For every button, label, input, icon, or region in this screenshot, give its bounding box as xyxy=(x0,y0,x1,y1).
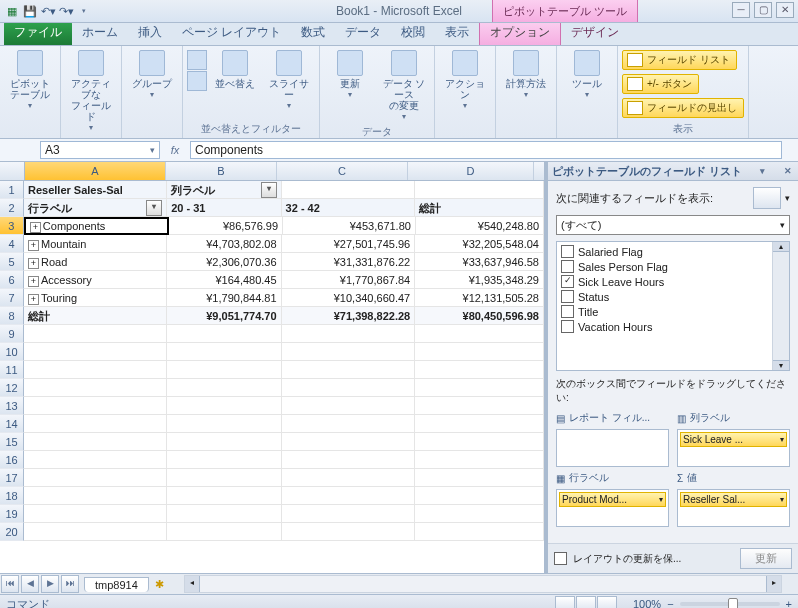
field-item[interactable]: Sales Person Flag xyxy=(561,259,768,274)
pivot-table-button[interactable]: ピボットテーブル xyxy=(4,48,56,113)
tab-options[interactable]: オプション xyxy=(479,20,561,45)
field-item[interactable]: Vacation Hours xyxy=(561,319,768,334)
chevron-down-icon[interactable]: ▾ xyxy=(785,193,790,203)
minimize-button[interactable]: ─ xyxy=(732,2,750,18)
row-header[interactable]: 7 xyxy=(0,289,24,307)
sort-desc-button[interactable] xyxy=(187,71,207,91)
tab-review[interactable]: 校閲 xyxy=(391,21,435,45)
cell[interactable]: ¥540,248.80 xyxy=(416,217,544,235)
expand-icon[interactable]: + xyxy=(30,222,41,233)
zoom-in-button[interactable]: + xyxy=(786,598,792,608)
cell[interactable] xyxy=(282,469,416,487)
cell[interactable] xyxy=(24,343,167,361)
cell[interactable] xyxy=(24,415,167,433)
cell[interactable] xyxy=(24,451,167,469)
zone-columns[interactable]: Sick Leave ...▾ xyxy=(677,429,790,467)
cell[interactable] xyxy=(167,325,281,343)
prev-sheet-button[interactable]: ◀ xyxy=(21,575,39,593)
cell[interactable] xyxy=(167,415,281,433)
cell[interactable] xyxy=(167,487,281,505)
cell[interactable] xyxy=(24,325,167,343)
row-header[interactable]: 11 xyxy=(0,361,24,379)
cell[interactable]: ¥71,398,822.28 xyxy=(282,307,416,325)
last-sheet-button[interactable]: ⏭ xyxy=(61,575,79,593)
cell[interactable] xyxy=(282,181,416,199)
tab-design[interactable]: デザイン xyxy=(561,21,629,45)
undo-icon[interactable]: ↶▾ xyxy=(40,3,56,19)
cell[interactable] xyxy=(24,523,167,541)
sheet-tab[interactable]: tmp8914 xyxy=(84,577,149,592)
sort-asc-button[interactable] xyxy=(187,50,207,70)
page-break-view-button[interactable] xyxy=(597,596,617,608)
row-header[interactable]: 6 xyxy=(0,271,24,289)
cell[interactable]: ¥86,576.99 xyxy=(169,217,283,235)
cell[interactable] xyxy=(282,523,416,541)
cell[interactable]: ¥2,306,070.36 xyxy=(167,253,281,271)
row-header[interactable]: 19 xyxy=(0,505,24,523)
tab-insert[interactable]: 挿入 xyxy=(128,21,172,45)
cell[interactable] xyxy=(415,343,544,361)
select-all-corner[interactable] xyxy=(0,162,25,180)
maximize-button[interactable]: ▢ xyxy=(754,2,772,18)
cell[interactable] xyxy=(24,397,167,415)
spreadsheet-grid[interactable]: A B C D 1Reseller Sales-Sal列ラベル▾2行ラベル▾20… xyxy=(0,162,547,573)
cell[interactable]: ¥164,480.45 xyxy=(167,271,281,289)
cell[interactable] xyxy=(24,433,167,451)
page-layout-view-button[interactable] xyxy=(576,596,596,608)
update-button[interactable]: 更新 xyxy=(740,548,792,569)
cell[interactable] xyxy=(415,379,544,397)
cell[interactable]: 行ラベル▾ xyxy=(24,199,167,217)
cell[interactable] xyxy=(282,505,416,523)
cell[interactable] xyxy=(282,397,416,415)
cell[interactable] xyxy=(415,451,544,469)
pane-dropdown-icon[interactable]: ▾ xyxy=(758,166,767,176)
scrollbar[interactable] xyxy=(772,242,789,370)
cell[interactable] xyxy=(415,397,544,415)
pane-close-icon[interactable]: ✕ xyxy=(782,166,794,176)
next-sheet-button[interactable]: ▶ xyxy=(41,575,59,593)
cell[interactable] xyxy=(282,433,416,451)
zone-item-columns[interactable]: Sick Leave ...▾ xyxy=(680,432,787,447)
field-item[interactable]: Title xyxy=(561,304,768,319)
active-field-button[interactable]: アクティブな フィールド xyxy=(65,48,117,135)
zone-item-values[interactable]: Reseller Sal...▾ xyxy=(680,492,787,507)
cell[interactable] xyxy=(167,361,281,379)
defer-checkbox[interactable] xyxy=(554,552,567,565)
cell[interactable]: 列ラベル▾ xyxy=(167,181,281,199)
expand-icon[interactable]: + xyxy=(28,294,39,305)
cell[interactable] xyxy=(167,505,281,523)
normal-view-button[interactable] xyxy=(555,596,575,608)
cell[interactable]: ¥12,131,505.28 xyxy=(415,289,544,307)
row-header[interactable]: 2 xyxy=(0,199,24,217)
row-header[interactable]: 1 xyxy=(0,181,24,199)
chevron-down-icon[interactable]: ▾ xyxy=(150,145,155,155)
cell[interactable]: ¥80,450,596.98 xyxy=(415,307,544,325)
tools-button[interactable]: ツール xyxy=(561,48,613,102)
cell[interactable] xyxy=(415,523,544,541)
cell[interactable]: 32 - 42 xyxy=(282,199,416,217)
field-list-toggle[interactable]: フィールド リスト xyxy=(622,50,737,70)
close-button[interactable]: ✕ xyxy=(776,2,794,18)
cell[interactable]: ¥1,770,867.84 xyxy=(282,271,416,289)
row-header[interactable]: 18 xyxy=(0,487,24,505)
cell[interactable]: ¥453,671.80 xyxy=(283,217,416,235)
tab-home[interactable]: ホーム xyxy=(72,21,128,45)
cell[interactable] xyxy=(24,379,167,397)
cell[interactable] xyxy=(167,451,281,469)
cell[interactable]: 総計 xyxy=(24,307,167,325)
row-header[interactable]: 16 xyxy=(0,451,24,469)
actions-button[interactable]: アクション xyxy=(439,48,491,113)
zone-item-rows[interactable]: Product Mod...▾ xyxy=(559,492,666,507)
cell[interactable] xyxy=(24,505,167,523)
cell[interactable] xyxy=(24,361,167,379)
checkbox[interactable] xyxy=(561,290,574,303)
cell[interactable] xyxy=(167,343,281,361)
plusminus-toggle[interactable]: +/- ボタン xyxy=(622,74,699,94)
row-header[interactable]: 10 xyxy=(0,343,24,361)
calculations-button[interactable]: 計算方法 xyxy=(500,48,552,102)
row-header[interactable]: 15 xyxy=(0,433,24,451)
cell[interactable] xyxy=(167,469,281,487)
checkbox[interactable] xyxy=(561,245,574,258)
cell[interactable]: ¥31,331,876.22 xyxy=(282,253,416,271)
cell[interactable]: +Accessory xyxy=(24,271,167,289)
